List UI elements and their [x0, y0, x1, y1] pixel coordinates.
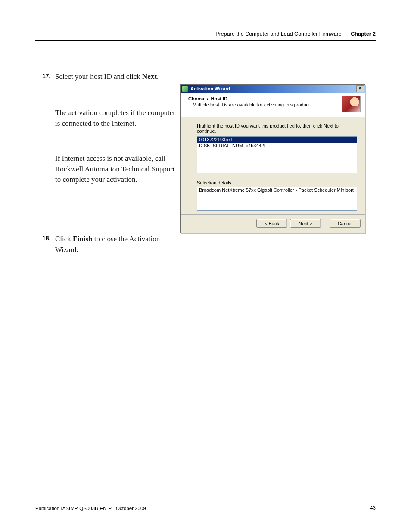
activation-wizard-dialog: Activation Wizard ✕ Choose a Host ID Mul…: [180, 84, 365, 233]
wizard-body: Highlight the host ID you want this prod…: [181, 117, 365, 214]
wizard-header: Choose a Host ID Multiple host IDs are a…: [181, 93, 365, 117]
step-17-next-word: Next: [142, 72, 157, 81]
selection-details-box[interactable]: Broadcom NetXtreme 57xx Gigabit Controll…: [197, 187, 357, 211]
page-header: Prepare the Computer and Load Controller…: [35, 31, 376, 41]
header-section-title: Prepare the Computer and Load Controller…: [215, 31, 342, 37]
header-chapter-label: Chapter 2: [351, 31, 376, 37]
next-button[interactable]: Next >: [290, 219, 321, 228]
wizard-header-subtitle: Multiple host IDs are available for acti…: [193, 102, 311, 107]
header-rule: [35, 40, 376, 41]
wizard-footer: < Back Next > Cancel: [181, 214, 365, 233]
selection-details-label: Selection details:: [197, 180, 357, 185]
wizard-app-icon: [182, 86, 188, 92]
step-17-para2: The activation completes if the computer…: [55, 108, 176, 129]
step-17-text-c: .: [157, 72, 159, 81]
step-18-line: Click Finish to close the Activation Wiz…: [55, 234, 176, 255]
step-17-text-a: Select your host ID and click: [55, 72, 142, 81]
step-17-line1: Select your host ID and click Next.: [55, 72, 176, 82]
step-18: 18 Click Finish to close the Activation …: [55, 234, 176, 255]
wizard-instruction: Highlight the host ID you want this prod…: [197, 123, 357, 134]
wizard-header-image: [342, 96, 361, 112]
dialog-title: Activation Wizard: [190, 86, 356, 91]
wizard-header-title: Choose a Host ID: [188, 96, 311, 101]
close-button[interactable]: ✕: [356, 85, 364, 92]
host-id-item[interactable]: DISK_SERIAL_NUM=c4b3442f: [197, 143, 357, 149]
footer-publication: Publication IASIMP-QS003B-EN-P - October…: [35, 506, 146, 511]
host-id-item-selected[interactable]: 0013722193b7f: [197, 137, 357, 143]
step-number-18: 18: [42, 234, 50, 243]
step-17: 17 Select your host ID and click Next.: [55, 72, 176, 82]
step-number-17: 17: [42, 72, 50, 80]
selection-details-value: Broadcom NetXtreme 57xx Gigabit Controll…: [199, 187, 354, 193]
back-button[interactable]: < Back: [256, 219, 287, 228]
step-18-finish-word: Finish: [73, 235, 92, 243]
cancel-button[interactable]: Cancel: [330, 219, 361, 228]
step-17-para3: If Internet access is not available, cal…: [55, 153, 176, 185]
host-id-listbox[interactable]: 0013722193b7f DISK_SERIAL_NUM=c4b3442f: [197, 136, 357, 173]
document-page: Prepare the Computer and Load Controller…: [0, 0, 411, 532]
step-18-text-a: Click: [55, 235, 73, 243]
footer-page-number: 43: [370, 505, 376, 511]
dialog-titlebar[interactable]: Activation Wizard ✕: [181, 85, 365, 93]
wizard-header-text: Choose a Host ID Multiple host IDs are a…: [188, 96, 311, 107]
